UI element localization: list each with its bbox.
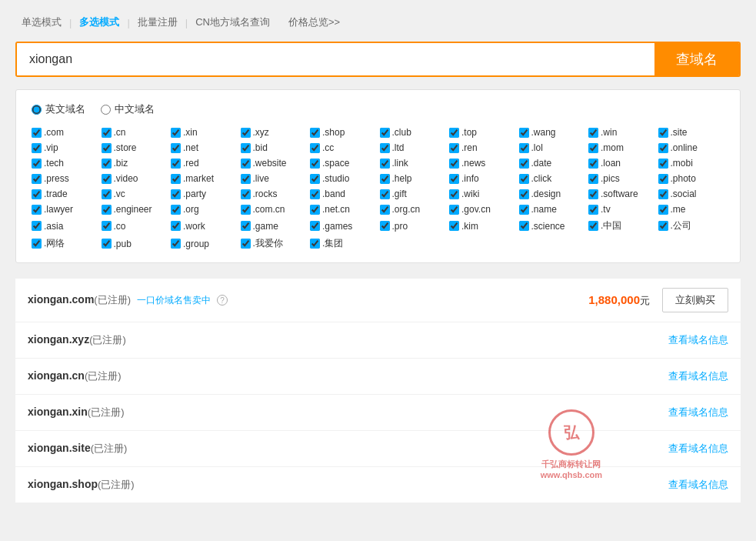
tld-label[interactable]: .mom xyxy=(601,142,624,153)
tld-checkbox[interactable] xyxy=(380,189,390,199)
tld-label[interactable]: .gift xyxy=(392,189,407,199)
tld-checkbox[interactable] xyxy=(658,221,668,231)
tld-label[interactable]: .asia xyxy=(44,221,63,232)
tld-checkbox[interactable] xyxy=(310,159,320,169)
tld-label[interactable]: .com xyxy=(44,127,64,138)
tld-checkbox[interactable] xyxy=(310,143,320,153)
tld-checkbox[interactable] xyxy=(380,174,390,184)
tld-label[interactable]: .club xyxy=(392,127,411,138)
tld-checkbox[interactable] xyxy=(519,189,529,199)
tld-checkbox[interactable] xyxy=(171,189,181,199)
tld-label[interactable]: .red xyxy=(183,158,199,169)
tld-label[interactable]: .science xyxy=(531,221,565,232)
tld-checkbox[interactable] xyxy=(449,159,459,169)
tld-label[interactable]: .social xyxy=(671,189,697,199)
query-domain-info-link[interactable]: 查看域名信息 xyxy=(668,478,728,492)
tld-checkbox[interactable] xyxy=(241,205,251,215)
tld-checkbox[interactable] xyxy=(32,143,42,153)
tld-checkbox[interactable] xyxy=(32,205,42,215)
tab-multi-mode[interactable]: 多选模式 xyxy=(73,15,125,29)
tld-checkbox[interactable] xyxy=(449,143,459,153)
tld-checkbox[interactable] xyxy=(241,143,251,153)
tld-label[interactable]: .biz xyxy=(114,158,128,169)
tld-label[interactable]: .公司 xyxy=(671,219,691,232)
tld-checkbox[interactable] xyxy=(102,205,112,215)
tld-checkbox[interactable] xyxy=(449,174,459,184)
tld-checkbox[interactable] xyxy=(519,174,529,184)
tld-label[interactable]: .pro xyxy=(392,221,408,232)
tld-label[interactable]: .space xyxy=(322,158,349,169)
query-domain-info-link[interactable]: 查看域名信息 xyxy=(668,333,728,347)
tld-checkbox[interactable] xyxy=(658,128,668,138)
tld-label[interactable]: .engineer xyxy=(114,204,152,215)
tld-label[interactable]: .bid xyxy=(253,142,268,153)
tld-label[interactable]: .lawyer xyxy=(44,204,73,215)
tld-checkbox[interactable] xyxy=(32,128,42,138)
search-button[interactable]: 查域名 xyxy=(654,43,739,75)
tld-label[interactable]: .site xyxy=(671,127,688,138)
tld-checkbox[interactable] xyxy=(102,239,112,249)
tld-label[interactable]: .loan xyxy=(601,158,621,169)
tab-cn-query[interactable]: CN地方域名查询 xyxy=(189,15,276,29)
tld-label[interactable]: .software xyxy=(601,189,638,199)
tld-checkbox[interactable] xyxy=(171,239,181,249)
radio-english-input[interactable] xyxy=(32,105,42,115)
tld-checkbox[interactable] xyxy=(171,159,181,169)
tld-checkbox[interactable] xyxy=(588,128,598,138)
tld-label[interactable]: .我爱你 xyxy=(253,237,283,250)
search-input[interactable] xyxy=(17,43,654,75)
price-overview-link[interactable]: 价格总览>> xyxy=(288,15,340,29)
tld-label[interactable]: .live xyxy=(253,173,269,184)
tld-checkbox[interactable] xyxy=(241,159,251,169)
tld-label[interactable]: .wiki xyxy=(461,189,479,199)
tld-label[interactable]: .net.cn xyxy=(322,204,350,215)
tld-checkbox[interactable] xyxy=(588,189,598,199)
tld-label[interactable]: .work xyxy=(183,221,205,232)
tld-checkbox[interactable] xyxy=(32,159,42,169)
tld-label[interactable]: .co xyxy=(114,221,126,232)
tld-checkbox[interactable] xyxy=(171,205,181,215)
tld-label[interactable]: .band xyxy=(322,189,345,199)
tld-label[interactable]: .info xyxy=(461,173,479,184)
tld-label[interactable]: .video xyxy=(114,173,138,184)
tld-label[interactable]: .trade xyxy=(44,189,68,199)
tld-label[interactable]: .online xyxy=(671,142,698,153)
tld-checkbox[interactable] xyxy=(449,221,459,231)
tld-checkbox[interactable] xyxy=(588,143,598,153)
tld-label[interactable]: .com.cn xyxy=(253,204,285,215)
tld-checkbox[interactable] xyxy=(32,221,42,231)
tld-label[interactable]: .help xyxy=(392,173,412,184)
tld-label[interactable]: .tv xyxy=(601,204,611,215)
tld-checkbox[interactable] xyxy=(658,143,668,153)
tld-checkbox[interactable] xyxy=(519,159,529,169)
tld-label[interactable]: .org.cn xyxy=(392,204,421,215)
tld-checkbox[interactable] xyxy=(519,221,529,231)
tld-label[interactable]: .cn xyxy=(114,127,126,138)
tld-label[interactable]: .rocks xyxy=(253,189,278,199)
tld-checkbox[interactable] xyxy=(32,189,42,199)
tld-checkbox[interactable] xyxy=(171,174,181,184)
tld-checkbox[interactable] xyxy=(658,205,668,215)
tld-checkbox[interactable] xyxy=(310,221,320,231)
tld-label[interactable]: .party xyxy=(183,189,206,199)
tld-label[interactable]: .group xyxy=(183,239,209,249)
tld-label[interactable]: .top xyxy=(461,127,477,138)
tld-label[interactable]: .market xyxy=(183,173,214,184)
query-domain-info-link[interactable]: 查看域名信息 xyxy=(668,442,728,456)
tld-checkbox[interactable] xyxy=(102,128,112,138)
tld-checkbox[interactable] xyxy=(449,205,459,215)
tld-label[interactable]: .mobi xyxy=(671,158,693,169)
tld-checkbox[interactable] xyxy=(588,205,598,215)
tld-checkbox[interactable] xyxy=(380,205,390,215)
tld-label[interactable]: .lol xyxy=(531,142,543,153)
tld-checkbox[interactable] xyxy=(171,143,181,153)
tld-checkbox[interactable] xyxy=(449,128,459,138)
tld-label[interactable]: .集团 xyxy=(322,237,343,250)
tld-checkbox[interactable] xyxy=(310,239,320,249)
tld-checkbox[interactable] xyxy=(658,174,668,184)
radio-chinese-input[interactable] xyxy=(101,105,111,115)
tld-checkbox[interactable] xyxy=(380,143,390,153)
tld-checkbox[interactable] xyxy=(519,143,529,153)
tld-checkbox[interactable] xyxy=(102,143,112,153)
tld-checkbox[interactable] xyxy=(310,174,320,184)
